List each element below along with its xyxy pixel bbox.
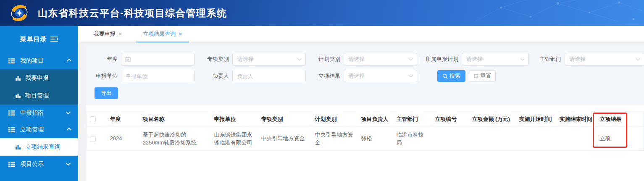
authority-select[interactable]: 请选择 <box>565 53 644 66</box>
column-header: 立项结果 <box>597 112 644 126</box>
search-button-label: 搜索 <box>449 72 460 80</box>
list-icon <box>8 161 15 167</box>
sidebar-item-label: 项目公示 <box>20 160 67 168</box>
app-header: 山东省科技云平台-科技项目综合管理系统 <box>0 0 644 26</box>
plan-category-select[interactable]: 请选择 <box>344 53 417 66</box>
platform-logo <box>7 3 32 23</box>
cell-plan-category: 中央引导地方资金 <box>312 126 358 151</box>
cell-leader: 张松 <box>358 126 393 151</box>
sidebar-item-approval-management[interactable]: 立项管理 <box>0 121 78 138</box>
sidebar: 菜单目录 我的项目 我要申报 <box>0 26 78 181</box>
result-table: 年度 项目名称 申报单位 专项类别 计划类别 项目负责人 主管部门 立项编号 立… <box>86 112 644 151</box>
sidebar-item-label: 项目管理 <box>25 92 49 100</box>
tab-close-icon[interactable]: × <box>118 31 122 37</box>
sidebar-item-my-projects[interactable]: 我的项目 <box>0 52 78 69</box>
tab-approval-result-query[interactable]: 立项结果查询 × <box>136 26 189 42</box>
year-date-input[interactable] <box>121 53 195 66</box>
select-placeholder: 请选择 <box>569 55 586 63</box>
special-category-label: 专项类别 <box>207 55 229 63</box>
select-placeholder: 请选择 <box>348 55 365 63</box>
bar-chart-icon <box>15 144 21 150</box>
declare-plan-label: 所属申报计划 <box>425 55 458 63</box>
filter-special-category: 专项类别 请选择 <box>207 53 306 66</box>
tab-declare[interactable]: 我要申报 × <box>87 26 129 42</box>
column-header: 立项编号 <box>432 112 469 126</box>
sidebar-item-approval-result-query[interactable]: 立项结果查询 <box>0 138 78 156</box>
filter-authority: 主管部门 请选择 <box>538 53 644 66</box>
sidebar-item-label: 立项管理 <box>20 126 67 134</box>
column-header: 项目名称 <box>139 112 211 126</box>
chevron-down-icon <box>409 73 413 77</box>
select-placeholder: 请选择 <box>348 72 365 80</box>
select-placeholder: 请选择 <box>466 55 483 63</box>
cell-result: 立项 <box>597 126 644 151</box>
result-table-panel: 年度 项目名称 申报单位 专项类别 计划类别 项目负责人 主管部门 立项编号 立… <box>86 105 644 181</box>
column-header: 项目负责人 <box>358 112 393 126</box>
tab-label: 我要申报 <box>94 30 116 38</box>
search-icon <box>442 73 448 79</box>
column-header: 主管部门 <box>393 112 432 126</box>
chevron-up-icon <box>67 127 71 132</box>
sidebar-item-declare-guide[interactable]: 申报指南 <box>0 105 78 121</box>
list-icon <box>8 110 15 116</box>
column-header: 实施开始时间 <box>516 112 556 126</box>
network-pattern-decoration <box>468 0 644 26</box>
column-header: 立项金额 (万元) <box>469 112 516 126</box>
cell-end-date <box>556 126 597 151</box>
menu-fold-icon[interactable] <box>50 37 58 42</box>
bar-chart-icon <box>15 75 21 81</box>
row-checkbox[interactable] <box>90 136 96 142</box>
sidebar-item-label: 我要申报 <box>25 74 49 82</box>
cell-year: 2024 <box>107 126 139 151</box>
filter-panel: 年度 专项类别 请选择 <box>86 46 644 105</box>
chevron-down-icon <box>409 56 413 60</box>
cell-amount <box>469 126 516 151</box>
plan-category-label: 计划类别 <box>318 55 340 63</box>
cell-special-category: 中央引导地方资金 <box>258 126 312 151</box>
list-icon <box>8 58 15 64</box>
sidebar-item-project-management[interactable]: 项目管理 <box>0 87 78 105</box>
sidebar-item-label: 我的项目 <box>20 57 67 65</box>
submenu-my-projects: 我要申报 项目管理 <box>0 69 78 105</box>
declare-unit-label: 申报单位 <box>95 72 118 80</box>
tab-close-icon[interactable]: × <box>179 31 182 37</box>
declare-unit-input[interactable] <box>121 70 195 82</box>
bar-chart-icon <box>15 93 21 99</box>
reset-button[interactable]: 重置 <box>469 70 496 82</box>
filter-year: 年度 <box>95 53 195 66</box>
export-button-label: 导出 <box>101 89 112 97</box>
project-result-label: 立项结果 <box>318 72 340 80</box>
sidebar-item-project-publicity[interactable]: 项目公示 <box>0 156 78 173</box>
calendar-icon <box>125 56 131 62</box>
sidebar-item-label: 申报指南 <box>20 109 67 117</box>
authority-label: 主管部门 <box>538 55 561 63</box>
app-title: 山东省科技云平台-科技项目综合管理系统 <box>38 7 227 20</box>
chevron-down-icon <box>636 56 640 60</box>
sidebar-item-label: 立项结果查询 <box>25 143 60 151</box>
cell-project-number <box>432 126 469 151</box>
table-header-row: 年度 项目名称 申报单位 专项类别 计划类别 项目负责人 主管部门 立项编号 立… <box>87 112 644 126</box>
filter-leader: 负责人 <box>207 70 306 82</box>
cell-authority: 临沂市科技局 <box>393 126 432 151</box>
export-button[interactable]: 导出 <box>95 87 118 99</box>
declare-plan-select[interactable]: 请选择 <box>462 53 529 66</box>
special-category-select[interactable]: 请选择 <box>232 53 306 66</box>
search-button[interactable]: 搜索 <box>437 70 465 82</box>
project-result-select[interactable]: 请选择 <box>344 70 417 82</box>
leader-input[interactable] <box>232 70 306 82</box>
select-all-checkbox[interactable] <box>90 116 96 122</box>
column-header: 计划类别 <box>312 112 358 126</box>
cell-declare-unit: 山东钢铁集团永锋临港有限公司 <box>211 126 258 151</box>
filter-declare-plan: 所属申报计划 请选择 <box>425 53 529 66</box>
filter-plan-category: 计划类别 请选择 <box>318 53 417 66</box>
filter-project-result: 立项结果 请选择 <box>318 70 417 82</box>
app-window: 山东省科技云平台-科技项目综合管理系统 菜单目录 我的项目 <box>0 0 644 181</box>
chevron-down-icon <box>297 56 302 60</box>
sidebar-item-declare[interactable]: 我要申报 <box>0 69 78 87</box>
content-area: 年度 专项类别 请选择 <box>78 43 644 181</box>
chevron-down-icon <box>520 56 525 60</box>
refresh-icon <box>473 73 478 79</box>
list-icon <box>8 127 15 133</box>
main-area: 我要申报 × 立项结果查询 × 年度 <box>78 26 644 181</box>
chevron-up-icon <box>67 58 71 63</box>
